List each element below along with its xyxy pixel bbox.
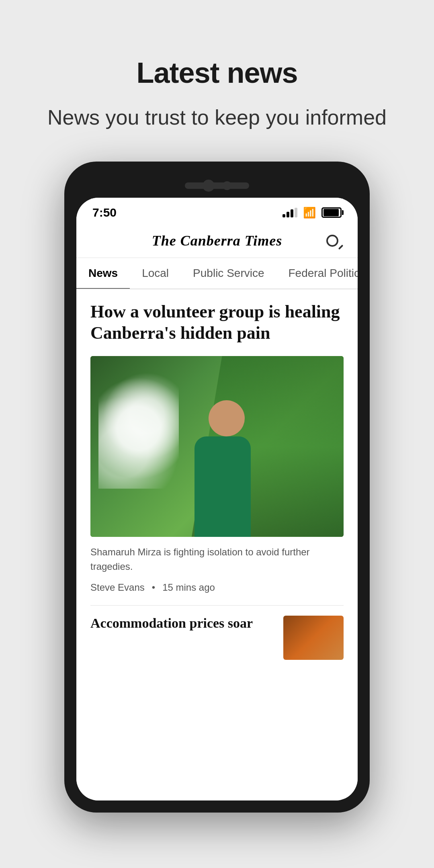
search-icon xyxy=(326,235,338,247)
article-image-bg xyxy=(90,356,344,537)
article-main[interactable]: How a volunteer group is healing Canberr… xyxy=(90,301,344,593)
app-header: The Canberra Times xyxy=(76,223,358,258)
signal-icon xyxy=(283,208,297,217)
signal-bar-4 xyxy=(295,208,297,217)
nav-tabs: News Local Public Service Federal Politi… xyxy=(76,258,358,289)
page-subtitle: News you trust to keep you informed xyxy=(24,105,410,129)
article-meta: Steve Evans • 15 mins ago xyxy=(90,582,344,593)
signal-bar-1 xyxy=(283,214,285,217)
content-area: How a volunteer group is healing Canberr… xyxy=(76,289,358,800)
status-bar: 7:50 📶 xyxy=(76,198,358,223)
person-body xyxy=(194,436,251,537)
phone-screen: 7:50 📶 xyxy=(76,198,358,800)
flowers-area xyxy=(98,368,179,489)
article-headline: How a volunteer group is healing Canberr… xyxy=(90,301,344,344)
meta-dot: • xyxy=(152,582,155,593)
person-head xyxy=(209,400,245,436)
phone-frame: 7:50 📶 xyxy=(64,162,370,813)
article-author: Steve Evans xyxy=(90,582,145,593)
article-image xyxy=(90,356,344,537)
article-preview-image xyxy=(283,616,344,660)
app-logo: The Canberra Times xyxy=(152,232,283,249)
battery-icon xyxy=(321,207,342,218)
phone-top-bar xyxy=(76,174,358,198)
signal-bar-3 xyxy=(291,209,293,217)
wifi-icon: 📶 xyxy=(303,207,316,219)
status-time: 7:50 xyxy=(92,206,117,219)
tab-news[interactable]: News xyxy=(76,258,130,289)
person-figure xyxy=(194,400,251,537)
article-preview[interactable]: Accommodation prices soar xyxy=(90,616,344,660)
tab-public-service[interactable]: Public Service xyxy=(181,258,276,289)
search-button[interactable] xyxy=(321,229,344,252)
phone-speaker-bar xyxy=(185,182,249,189)
tab-federal-politics[interactable]: Federal Politics xyxy=(276,258,358,289)
status-icons: 📶 xyxy=(283,207,342,219)
page-background: Latest news News you trust to keep you i… xyxy=(0,0,434,868)
battery-fill xyxy=(323,209,339,216)
article-preview-headline: Accommodation prices soar xyxy=(90,616,275,631)
page-header: Latest news News you trust to keep you i… xyxy=(0,0,434,154)
article-caption: Shamaruh Mirza is fighting isolation to … xyxy=(90,545,344,574)
article-divider xyxy=(90,605,344,606)
signal-bar-2 xyxy=(287,212,289,217)
page-title: Latest news xyxy=(24,56,410,89)
tab-local[interactable]: Local xyxy=(130,258,181,289)
article-preview-text: Accommodation prices soar xyxy=(90,616,275,631)
article-time: 15 mins ago xyxy=(162,582,215,593)
